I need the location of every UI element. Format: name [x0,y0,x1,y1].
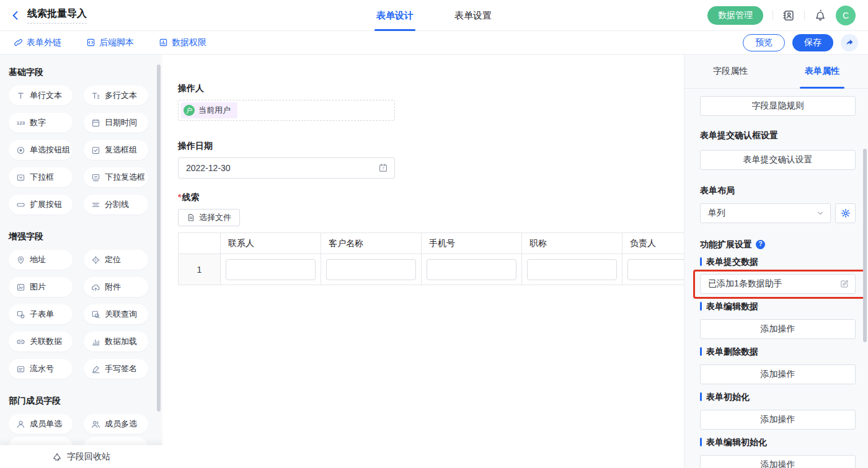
bell-icon[interactable] [814,9,826,22]
data-assistant-value-box[interactable]: 已添加1条数据助手 [700,274,856,294]
share-button[interactable] [841,34,858,51]
data-permission-link[interactable]: 数据权限 [159,37,206,48]
operator-field[interactable]: 操作人 户 当前用户 [178,82,674,121]
toolbar-actions: 预览 保存 [743,34,858,51]
back-icon[interactable] [10,10,21,21]
sidebar-scrollbar[interactable] [157,64,161,412]
gear-icon [841,208,851,218]
recycle-icon [52,452,62,462]
choose-file-button[interactable]: 选择文件 [178,209,240,226]
field-type-pill[interactable]: 图片 [9,277,73,297]
field-type-pill[interactable]: 成员单选 [9,414,73,434]
add-operation-button[interactable]: 添加操作 [700,455,856,468]
add-operation-button[interactable]: 添加操作 [700,410,856,430]
single-text-icon [16,91,25,100]
signature-icon [91,364,100,374]
field-recycle-bin[interactable]: 字段回收站 [0,445,162,468]
submit-confirm-settings-button[interactable]: 表单提交确认设置 [700,150,856,170]
form-external-link[interactable]: 表单外链 [14,37,61,48]
table-cell-input[interactable] [226,259,316,280]
lead-table-row: 1 [179,254,684,285]
tab-field-properties[interactable]: 字段属性 [684,55,776,88]
question-icon[interactable]: ? [756,240,765,249]
sidebar-sections: 基础字段单行文本多行文本123数字日期时间单选按钮组复选框组下拉框下拉复选框扩展… [9,67,162,434]
date-input[interactable]: 2022-12-30 7 [178,157,395,179]
field-type-pill[interactable]: 123数字 [9,113,73,133]
required-mark: * [178,192,181,202]
tab-form-settings[interactable]: 表单设置 [454,0,492,31]
edit-icon[interactable] [839,279,849,289]
layout-settings-button[interactable] [835,203,856,223]
avatar[interactable]: C [836,6,856,25]
field-type-pill[interactable]: 分割线 [84,195,148,214]
field-type-pill[interactable]: 多行文本 [84,86,148,105]
field-type-pill[interactable]: 关联查询 [84,304,148,324]
field-type-label: 数字 [30,117,46,128]
multi-text-icon [91,91,100,100]
svg-text:7: 7 [382,166,384,170]
table-cell-input[interactable] [427,259,516,280]
field-type-pill[interactable]: 流水号 [9,359,73,379]
current-user-tag[interactable]: 户 当前用户 [181,102,237,118]
field-type-pill[interactable]: 手写签名 [84,359,148,379]
layout-select[interactable]: 单列 [700,203,831,223]
field-type-pill[interactable]: 数据加载 [84,332,148,351]
data-assistant-value: 已添加1条数据助手 [708,278,782,289]
field-visibility-rules-button[interactable]: 字段显隐规则 [700,96,856,116]
field-type-pill[interactable]: 地址 [9,250,73,270]
field-type-pill[interactable]: 扩展按钮 [9,195,73,214]
extension-group-title: 表单编辑初始化 [700,436,856,448]
field-type-pill[interactable]: 下拉框 [9,167,73,187]
leads-field[interactable]: *线索 选择文件 联系人客户名称手机号职称负责人 1 [178,191,674,285]
save-button[interactable]: 保存 [792,34,833,51]
divider-icon [91,200,100,210]
leads-label: 线索 [182,192,199,202]
operator-value-box[interactable]: 户 当前用户 [178,100,395,121]
table-cell [622,254,684,285]
permission-icon [159,38,168,47]
extension-group-title: 表单提交数据 [700,255,856,268]
field-type-grid: 地址定位图片附件子表单关联查询关联数据数据加载流水号手写签名 [9,250,162,379]
field-type-pill[interactable]: 子表单 [9,304,73,324]
sidebar-section-title: 增强字段 [9,231,162,242]
field-type-pill[interactable]: 成员多选 [84,414,148,434]
contact-book-icon[interactable] [782,9,795,22]
add-operation-button[interactable]: 添加操作 [700,364,856,384]
panel-scrollbar[interactable] [863,149,867,342]
date-value: 2022-12-30 [186,163,231,173]
field-type-label: 关联查询 [105,309,137,320]
field-type-grid: 成员单选成员多选 [9,414,162,434]
user-badge-icon: 户 [184,105,195,116]
link-label: 后端脚本 [99,37,134,48]
data-manage-button[interactable]: 数据管理 [707,6,763,25]
share-icon [845,38,854,47]
field-type-pill[interactable]: 复选框组 [84,140,148,160]
column-header: 联系人 [221,233,321,254]
form-title[interactable]: 线索批量导入 [27,7,87,24]
choose-file-label: 选择文件 [199,212,231,223]
field-type-label: 定位 [105,254,121,265]
tab-form-design[interactable]: 表单设计 [376,0,414,31]
datetime-icon [91,118,100,128]
field-type-pill[interactable]: 关联数据 [9,332,73,351]
operation-date-field[interactable]: 操作日期 2022-12-30 7 [178,139,674,179]
layout-select-value: 单列 [708,208,725,219]
table-cell-input[interactable] [326,259,416,280]
field-type-pill[interactable]: 定位 [84,250,148,270]
svg-text:123: 123 [17,120,25,126]
field-type-pill[interactable]: 日期时间 [84,113,148,133]
divider [773,11,773,20]
table-cell-input[interactable] [527,259,617,280]
field-type-pill[interactable]: 附件 [84,277,148,297]
field-type-label: 成员多选 [105,418,137,430]
field-type-pill[interactable]: 下拉复选框 [84,167,148,187]
field-type-pill[interactable]: 单选按钮组 [9,140,73,160]
extension-group-title: 表单删除数据 [700,345,856,358]
table-cell-input[interactable] [627,259,684,280]
backend-script-link[interactable]: 后端脚本 [86,37,134,48]
preview-button[interactable]: 预览 [743,34,785,51]
add-operation-button[interactable]: 添加操作 [700,319,856,339]
tab-form-properties[interactable]: 表单属性 [776,55,868,88]
field-type-pill[interactable]: 单行文本 [9,86,73,105]
index-column-header [179,233,221,254]
